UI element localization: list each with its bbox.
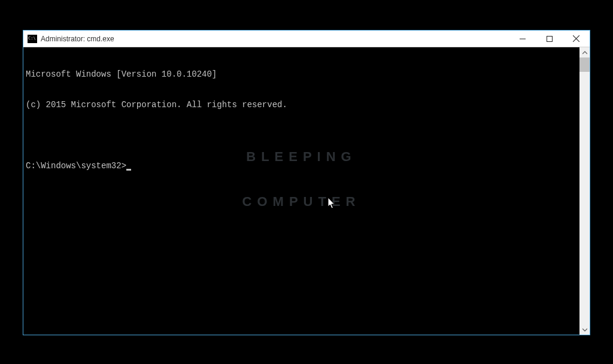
window-controls <box>509 31 590 47</box>
scroll-thumb[interactable] <box>579 57 590 72</box>
scroll-track[interactable] <box>579 57 590 324</box>
minimize-button[interactable] <box>509 31 536 47</box>
maximize-icon <box>547 36 553 42</box>
terminal-prompt: C:\Windows\system32> <box>26 161 126 171</box>
scroll-up-button[interactable] <box>579 47 590 57</box>
cmd-icon <box>28 35 37 43</box>
terminal-cursor <box>126 169 131 171</box>
chevron-down-icon <box>582 328 587 332</box>
window-title: Administrator: cmd.exe <box>41 35 509 43</box>
terminal-prompt-line: C:\Windows\system32> <box>26 161 577 171</box>
titlebar[interactable]: Administrator: cmd.exe <box>23 31 590 47</box>
close-button[interactable] <box>563 31 590 47</box>
chevron-up-icon <box>582 51 587 54</box>
scroll-down-button[interactable] <box>579 324 590 335</box>
terminal-blank-line <box>26 131 577 141</box>
svg-rect-1 <box>547 36 552 41</box>
terminal-line: Microsoft Windows [Version 10.0.10240] <box>26 69 577 80</box>
client-area: Microsoft Windows [Version 10.0.10240] (… <box>23 47 590 335</box>
terminal-line: (c) 2015 Microsoft Corporation. All righ… <box>26 100 577 110</box>
terminal-output[interactable]: Microsoft Windows [Version 10.0.10240] (… <box>23 47 579 335</box>
minimize-icon <box>520 36 526 42</box>
vertical-scrollbar[interactable] <box>579 47 590 335</box>
maximize-button[interactable] <box>536 31 563 47</box>
close-icon <box>573 35 579 42</box>
watermark-line: COMPUTER <box>242 194 361 209</box>
cmd-window: Administrator: cmd.exe Microsoft Windows… <box>23 30 590 335</box>
